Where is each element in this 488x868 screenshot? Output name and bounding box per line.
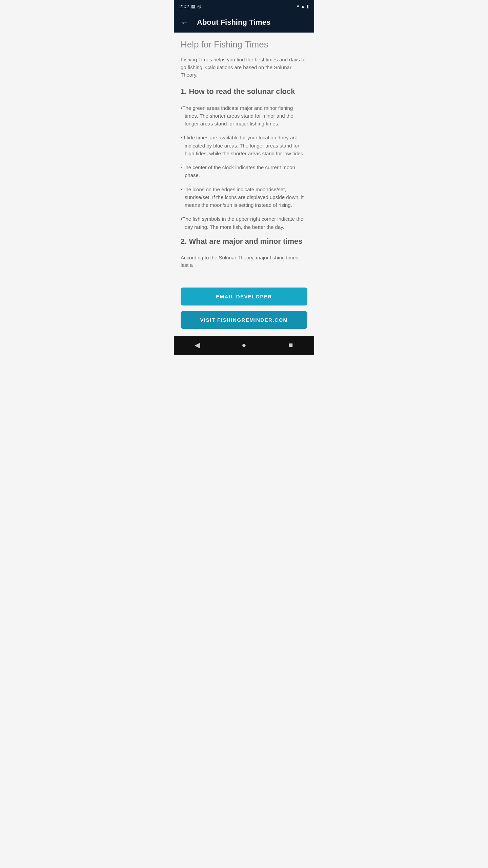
battery-icon: ▮ (306, 4, 309, 9)
nav-recent-icon[interactable]: ■ (283, 337, 299, 353)
status-time: 2:02 (179, 3, 189, 9)
sim-icon: ▦ (191, 4, 195, 9)
back-button[interactable]: ← (179, 16, 190, 28)
help-title: Help for Fishing Times (181, 39, 307, 50)
bullet-item-2: •If tide times are available for your lo… (181, 134, 307, 157)
nav-home-icon[interactable]: ● (236, 337, 252, 353)
section2-title: 2. What are major and minor times (181, 237, 307, 246)
wifi-icon: ▾ (297, 4, 299, 9)
signal-icon: ▲ (301, 4, 305, 9)
content-area: Help for Fishing Times Fishing Times hel… (174, 33, 314, 284)
app-bar-title: About Fishing Times (197, 18, 270, 27)
status-icons: ▾ ▲ ▮ (297, 4, 309, 9)
bullet-item-1: •The green areas indicate major and mino… (181, 104, 307, 128)
email-developer-button[interactable]: EMAIL DEVELOPER (181, 288, 307, 305)
bullet-item-5: •The fish symbols in the upper right cor… (181, 215, 307, 231)
help-description: Fishing Times helps you find the best ti… (181, 56, 307, 79)
bullet-item-3: •The center of the clock indicates the c… (181, 163, 307, 179)
status-bar: 2:02 ▦ ◎ ▾ ▲ ▮ (174, 0, 314, 12)
section2-preview: According to the Solunar Theory, major f… (181, 254, 307, 269)
bullet-item-4: •The icons on the edges indicate moonris… (181, 185, 307, 209)
section1-title: 1. How to read the solunar clock (181, 87, 307, 96)
nav-back-icon[interactable]: ◀ (189, 337, 205, 353)
app-bar: ← About Fishing Times (174, 12, 314, 33)
circle-icon: ◎ (197, 4, 201, 9)
visit-website-button[interactable]: VISIT FISHINGREMINDER.COM (181, 311, 307, 329)
nav-bar: ◀ ● ■ (174, 336, 314, 355)
buttons-container: EMAIL DEVELOPER VISIT FISHINGREMINDER.CO… (174, 284, 314, 336)
status-left: 2:02 ▦ ◎ (179, 3, 201, 9)
